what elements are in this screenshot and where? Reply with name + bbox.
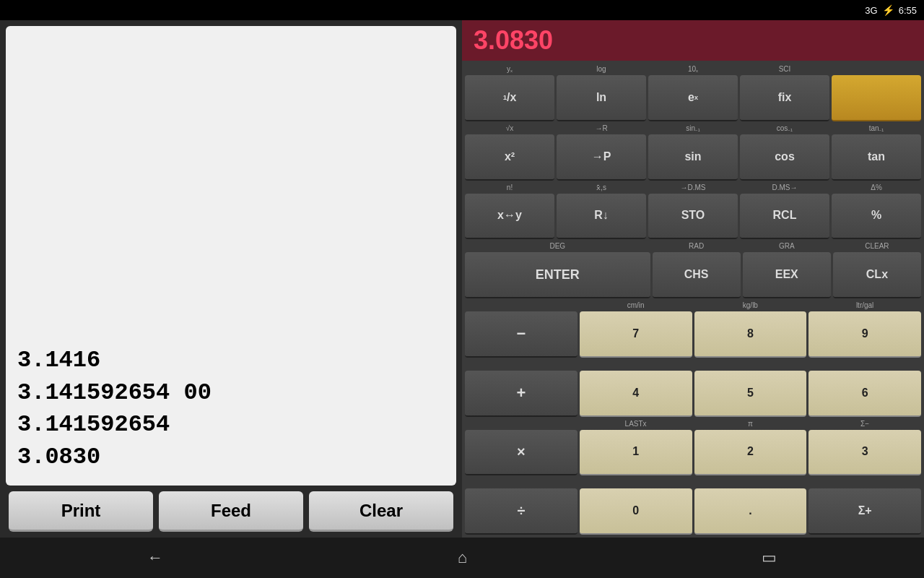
key-cell-6: 6 — [808, 359, 921, 417]
key-divide[interactable]: ÷ — [465, 488, 578, 535]
left-panel: 3.14163.141592654 003.1415926543.0830 Pr… — [0, 20, 462, 538]
key-label-clr: CLEAR — [865, 241, 889, 251]
key-0[interactable]: 0 — [580, 488, 692, 535]
keypad-row-1: yx 1/x log ln 10x ex SCI fix — [465, 64, 921, 121]
key-x2[interactable]: x² — [465, 134, 554, 181]
key-cell-gold — [832, 64, 921, 121]
clear-button[interactable]: Clear — [309, 491, 453, 532]
battery-icon: ⚡ — [882, 4, 894, 16]
print-button[interactable]: Print — [9, 491, 153, 532]
key-label-pi: π — [748, 418, 753, 428]
key-3[interactable]: 3 — [808, 430, 921, 476]
key-cell-times: × — [465, 418, 578, 476]
key-label-gold — [876, 64, 878, 74]
key-label-sci: SCI — [779, 64, 791, 74]
key-label-sqrtx: √x — [506, 123, 514, 133]
key-toP[interactable]: →P — [557, 134, 646, 181]
key-9[interactable]: 9 — [808, 311, 921, 358]
key-sigmaplus[interactable]: Σ+ — [808, 488, 921, 535]
key-label-dot-top — [749, 477, 751, 487]
key-cell-xbars: x̄,s R↓ — [557, 182, 646, 240]
key-label-6-top — [864, 359, 866, 369]
home-button[interactable]: ⌂ — [429, 543, 496, 573]
key-1[interactable]: 1 — [580, 430, 692, 476]
key-cell-divide: ÷ — [465, 477, 578, 535]
key-label-divide-top — [520, 477, 522, 487]
key-sin[interactable]: sin — [648, 134, 738, 181]
key-xchgy[interactable]: x↔y — [465, 194, 554, 240]
keypad-row-4: DEG ENTER RAD CHS GRA EEX CLEAR CLx — [465, 241, 921, 298]
key-dot[interactable]: . — [694, 488, 807, 535]
key-cell-DMSto: D.MS→ RCL — [740, 182, 829, 240]
key-RCL[interactable]: RCL — [740, 194, 829, 240]
key-label-deg: DEG — [549, 241, 565, 251]
key-label-xbars: x̄,s — [596, 182, 606, 192]
key-cell-sqrtx: √x x² — [465, 123, 554, 181]
key-minus[interactable]: − — [465, 311, 578, 358]
key-label-tan-inv: tan−1 — [869, 123, 884, 133]
key-EEX[interactable]: EEX — [743, 252, 831, 298]
key-cell-gra: GRA EEX — [743, 241, 831, 298]
key-cell-toDMS: →D.MS STO — [648, 182, 738, 240]
key-fix[interactable]: fix — [740, 75, 829, 121]
key-times[interactable]: × — [465, 430, 578, 476]
key-ln[interactable]: ln — [557, 75, 646, 121]
key-label-sin-inv: sin−1 — [686, 123, 700, 133]
key-Rdown[interactable]: R↓ — [557, 194, 646, 240]
key-7[interactable]: 7 — [580, 311, 692, 358]
key-label-cmin: cm/in — [627, 300, 645, 310]
key-CLx[interactable]: CLx — [833, 252, 921, 298]
key-6[interactable]: 6 — [808, 371, 921, 417]
key-label-5-top — [749, 359, 751, 369]
key-plus[interactable]: + — [465, 371, 578, 417]
key-2[interactable]: 2 — [694, 430, 807, 476]
key-cell-1: LASTx 1 — [580, 418, 692, 476]
key-cell-10x: 10x ex — [648, 64, 738, 121]
key-percent[interactable]: % — [832, 194, 921, 240]
key-label-log: log — [596, 64, 606, 74]
key-label-toR: →R — [595, 123, 607, 133]
key-8[interactable]: 8 — [694, 311, 807, 358]
key-tan[interactable]: tan — [832, 134, 921, 181]
display-value: 3.0830 — [474, 25, 553, 56]
key-cell-sigmaplus: Σ+ — [808, 477, 921, 535]
keypad-row-7: × LASTx 1 π 2 Σ− 3 — [465, 418, 921, 476]
keypad: yx 1/x log ln 10x ex SCI fix — [462, 61, 924, 538]
key-label-4-top — [635, 359, 637, 369]
back-button[interactable]: ← — [118, 543, 192, 573]
key-label-sigmaminus: Σ− — [860, 418, 869, 428]
key-label-10x: 10x — [688, 64, 698, 74]
keypad-row-5: − cm/in 7 kg/lb 8 ltr/gal 9 — [465, 300, 921, 358]
key-label-yx: yx — [507, 64, 513, 74]
key-cell-dot: . — [694, 477, 807, 535]
key-ex[interactable]: ex — [648, 75, 738, 121]
key-gold[interactable] — [832, 75, 921, 121]
calc-display: 3.0830 — [462, 20, 924, 61]
key-label-toDMS: →D.MS — [681, 182, 706, 192]
key-cos[interactable]: cos — [740, 134, 829, 181]
key-STO[interactable]: STO — [648, 194, 738, 240]
key-label-nfact: n! — [507, 182, 513, 192]
key-ENTER[interactable]: ENTER — [465, 252, 650, 298]
key-label-kglb: kg/lb — [743, 300, 758, 310]
key-cell-sin-inv: sin−1 sin — [648, 123, 738, 181]
key-cell-toR: →R →P — [557, 123, 646, 181]
key-cell-8: kg/lb 8 — [694, 300, 807, 358]
key-label-sigmaplus-top — [864, 477, 866, 487]
key-label-cos-inv: cos−1 — [777, 123, 793, 133]
key-label-times-top — [520, 418, 522, 428]
key-cell-3: Σ− 3 — [808, 418, 921, 476]
keypad-row-8: ÷ 0 . Σ+ — [465, 477, 921, 535]
key-label-plus-top — [520, 359, 522, 369]
key-cell-log: log ln — [557, 64, 646, 121]
key-4[interactable]: 4 — [580, 371, 692, 417]
key-cell-5: 5 — [694, 359, 807, 417]
recents-button[interactable]: ▭ — [733, 543, 806, 573]
key-label-0-top — [635, 477, 637, 487]
feed-button[interactable]: Feed — [159, 491, 303, 532]
key-CHS[interactable]: CHS — [653, 252, 741, 298]
key-1x[interactable]: 1/x — [465, 75, 554, 121]
key-5[interactable]: 5 — [694, 371, 807, 417]
signal-indicator: 3G — [865, 5, 877, 16]
key-label-gra: GRA — [779, 241, 795, 251]
